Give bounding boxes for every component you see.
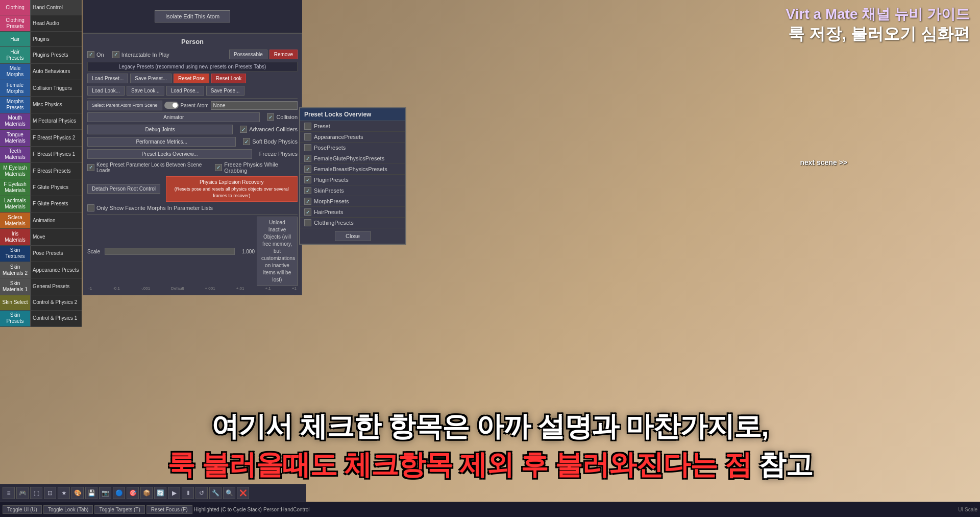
preset-lock-checkbox-0[interactable]: [304, 123, 311, 130]
parent-toggle[interactable]: [164, 102, 179, 109]
remove-button[interactable]: Remove: [270, 50, 298, 59]
sidebar-item-0[interactable]: ClothingHand Control: [0, 0, 82, 15]
toggle-look-button[interactable]: Toggle Look (Tab): [43, 505, 93, 514]
load-look-button[interactable]: Load Look...: [87, 86, 125, 96]
save-look-button[interactable]: Save Look...: [127, 86, 164, 96]
icon-button-3[interactable]: ⊡: [44, 487, 56, 499]
unload-inactive-button[interactable]: Unload Inactive Objects (will free memor…: [257, 217, 298, 286]
preset-lock-checkbox-8[interactable]: [304, 208, 311, 216]
advanced-colliders-checkbox[interactable]: [240, 126, 247, 133]
icon-button-8[interactable]: 🔵: [113, 487, 125, 499]
save-pose-button[interactable]: Save Pose...: [206, 86, 244, 96]
icon-button-5[interactable]: 🎨: [71, 487, 84, 499]
physics-explosion-line2: (Resets pose and resets all physics obje…: [175, 186, 289, 199]
preset-locks-close-button[interactable]: Close: [335, 231, 371, 241]
sidebar-item-18[interactable]: Skin SelectControl & Physics 2: [0, 295, 82, 311]
sidebar-item-9[interactable]: Teeth MaterialsF Breast Physics 1: [0, 147, 82, 163]
preset-lock-item-2[interactable]: PosePresets: [300, 143, 405, 153]
detach-root-button[interactable]: Detach Person Root Control: [87, 184, 160, 194]
sidebar-item-8[interactable]: Tongue MaterialsF Breast Physics 2: [0, 130, 82, 146]
icon-button-2[interactable]: ⬚: [30, 487, 42, 499]
save-preset-button[interactable]: Save Preset...: [130, 74, 172, 83]
sidebar-item-2[interactable]: HairPlugins: [0, 32, 82, 47]
preset-lock-item-1[interactable]: AppearancePresets: [300, 132, 405, 143]
preset-lock-item-5[interactable]: PluginPresets: [300, 175, 405, 185]
on-checkbox[interactable]: [87, 51, 94, 58]
icon-button-17[interactable]: ❌: [237, 487, 249, 499]
sidebar-item-10[interactable]: M Eyelash MaterialsF Breast Presets: [0, 163, 82, 179]
physics-explosion-button[interactable]: Physics Explosion Recovery (Resets pose …: [166, 176, 298, 202]
icon-button-12[interactable]: ▶: [168, 487, 180, 499]
preset-lock-item-6[interactable]: SkinPresets: [300, 185, 405, 196]
preset-lock-checkbox-6[interactable]: [304, 187, 311, 194]
icon-button-6[interactable]: 💾: [85, 487, 97, 499]
icon-button-4[interactable]: ★: [58, 487, 70, 499]
scale-slider[interactable]: [105, 248, 235, 255]
preset-lock-checkbox-3[interactable]: [304, 155, 311, 162]
reset-look-button[interactable]: Reset Look: [211, 74, 247, 83]
only-morphs-checkbox[interactable]: [87, 204, 94, 212]
icon-button-16[interactable]: 🔍: [223, 487, 235, 499]
sidebar-right-11: F Glute Physics: [31, 179, 82, 195]
animator-button[interactable]: Animator: [87, 112, 260, 122]
icon-button-11[interactable]: 🔄: [154, 487, 166, 499]
isolate-edit-button[interactable]: Isolate Edit This Atom: [155, 10, 230, 22]
preset-lock-item-0[interactable]: Preset: [300, 121, 405, 132]
preset-lock-checkbox-4[interactable]: [304, 166, 311, 173]
icon-button-15[interactable]: 🔧: [209, 487, 222, 499]
preset-locks-button[interactable]: Preset Locks Overview...: [87, 149, 252, 159]
sidebar-item-5[interactable]: Female MorphsCollision Triggers: [0, 80, 82, 97]
icon-button-10[interactable]: 📦: [140, 487, 153, 499]
preset-lock-checkbox-2[interactable]: [304, 144, 311, 151]
toggle-ui-button[interactable]: Toggle UI (U): [3, 505, 42, 514]
preset-lock-item-3[interactable]: FemaleGlutePhysicsPresets: [300, 153, 405, 164]
advanced-colliders-label: Advanced Colliders: [249, 126, 298, 132]
load-preset-button[interactable]: Load Preset...: [87, 74, 128, 83]
keep-preset-checkbox[interactable]: [87, 164, 94, 171]
icon-button-9[interactable]: 🎯: [127, 487, 139, 499]
sidebar-item-12[interactable]: Lacrimals MaterialsF Glute Presets: [0, 196, 82, 213]
soft-body-checkbox[interactable]: [243, 138, 250, 145]
preset-lock-checkbox-1[interactable]: [304, 133, 311, 140]
unload-box[interactable]: Unload Inactive Objects (will free memor…: [257, 217, 298, 286]
possessable-button[interactable]: Possessable: [229, 50, 267, 59]
sidebar-item-16[interactable]: Skin Materials 2Appearance Presets: [0, 262, 82, 278]
sidebar-item-11[interactable]: F Eyelash MaterialsF Glute Physics: [0, 179, 82, 196]
performance-metrics-button[interactable]: Performance Metrics...: [87, 137, 236, 147]
icon-button-14[interactable]: ↺: [195, 487, 208, 499]
parent-atom-value[interactable]: None: [211, 101, 298, 110]
next-scene-button[interactable]: next scene >>: [800, 158, 847, 167]
preset-lock-item-9[interactable]: ClothingPresets: [300, 218, 405, 228]
reset-focus-button[interactable]: Reset Focus (F): [146, 505, 192, 514]
preset-lock-item-8[interactable]: HairPresets: [300, 207, 405, 218]
sidebar-item-17[interactable]: Skin Materials 1General Presets: [0, 278, 82, 295]
sidebar-left-7: Mouth Materials: [0, 113, 31, 129]
icon-button-1[interactable]: 🎮: [16, 487, 29, 499]
collision-checkbox[interactable]: [267, 113, 274, 121]
select-parent-button[interactable]: Select Parent Atom From Scene: [87, 101, 162, 110]
debug-joints-button[interactable]: Debug Joints: [87, 125, 233, 134]
preset-lock-checkbox-9[interactable]: [304, 219, 311, 226]
icon-button-13[interactable]: ⏸: [182, 487, 194, 499]
load-pose-button[interactable]: Load Pose...: [166, 86, 204, 96]
interactable-checkbox[interactable]: [112, 51, 119, 58]
sidebar-item-6[interactable]: Morphs PresetsMisc Physics: [0, 97, 82, 113]
freeze-grabbing-checkbox[interactable]: [215, 164, 222, 171]
icon-button-0[interactable]: ≡: [3, 487, 15, 499]
sidebar-item-4[interactable]: Male MorphsAuto Behaviours: [0, 64, 82, 80]
preset-lock-checkbox-7[interactable]: [304, 198, 311, 205]
sidebar-item-15[interactable]: Skin TexturesPose Presets: [0, 246, 82, 262]
debug-advanced-row: Debug Joints Advanced Colliders: [87, 125, 298, 134]
icon-button-7[interactable]: 📷: [99, 487, 111, 499]
reset-pose-button[interactable]: Reset Pose: [174, 74, 209, 83]
sidebar-item-19[interactable]: Skin PresetsControl & Physics 1: [0, 311, 82, 327]
sidebar-item-7[interactable]: Mouth MaterialsM Pectoral Physics: [0, 113, 82, 130]
preset-lock-checkbox-5[interactable]: [304, 176, 311, 183]
sidebar-item-3[interactable]: Hair PresetsPlugins Presets: [0, 47, 82, 63]
preset-lock-item-7[interactable]: MorphPresets: [300, 196, 405, 207]
preset-lock-item-4[interactable]: FemaleBreastPhysicsPresets: [300, 164, 405, 175]
sidebar-item-14[interactable]: Iris MaterialsMove: [0, 229, 82, 245]
sidebar-item-1[interactable]: Clothing PresetsHead Audio: [0, 15, 82, 32]
sidebar-item-13[interactable]: Sclera MaterialsAnimation: [0, 213, 82, 229]
toggle-targets-button[interactable]: Toggle Targets (T): [94, 505, 144, 514]
